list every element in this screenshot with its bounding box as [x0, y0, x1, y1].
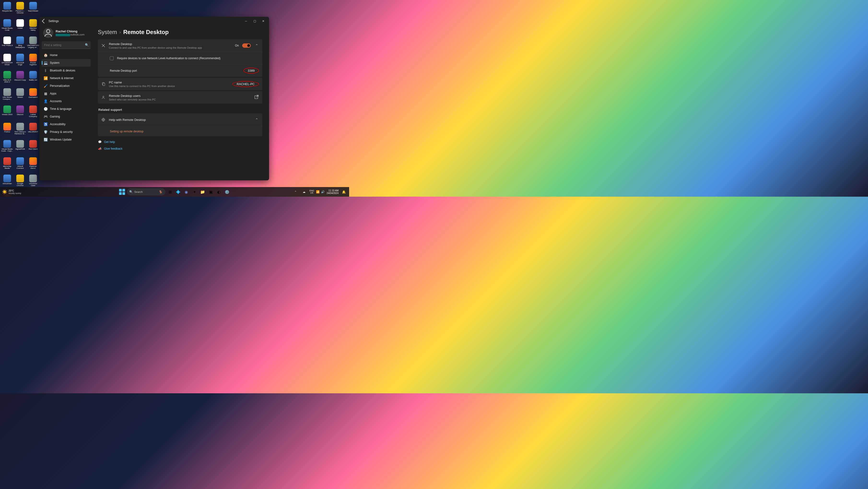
desktop-icon[interactable]: Lethal Company	[27, 105, 39, 122]
desktop-icon[interactable]: THE FINALS	[1, 36, 13, 53]
icon-label: Vivado 2022	[2, 114, 12, 116]
taskbar-app-pinned1[interactable]: ✦	[191, 188, 198, 195]
user-profile[interactable]: Rachel Chiong outlook.com	[42, 26, 91, 41]
desktop-icon[interactable]: Vitis HLS 2022.2	[1, 71, 13, 88]
desktop-icon[interactable]: Stardew Valley	[27, 19, 39, 36]
sidebar-item-windows-update[interactable]: 🔄Windows Update	[42, 136, 91, 144]
nav-label: Home	[50, 54, 58, 57]
desktop-icon[interactable]: VALORANT	[27, 123, 39, 140]
window-title: Settings	[49, 20, 59, 23]
chevron-up-icon[interactable]: ⌃	[254, 43, 259, 48]
nav-icon: 🖌️	[44, 84, 48, 88]
nav-label: Bluetooth & devices	[50, 69, 75, 72]
desktop-icon[interactable]: Firefox	[1, 123, 13, 140]
breadcrumb: System › Remote Desktop	[98, 29, 262, 35]
taskbar-app-discord[interactable]: ◉	[183, 188, 190, 195]
desktop-icon[interactable]: Puzzle Together	[27, 54, 39, 70]
sidebar-item-home[interactable]: 🏠Home	[42, 51, 91, 59]
maximize-button[interactable]: ▢	[250, 18, 259, 25]
rd-toggle-row[interactable]: Remote Desktop Connect to and use this P…	[98, 39, 262, 52]
desktop-icon[interactable]: install	[14, 19, 26, 36]
help-row[interactable]: Help with Remote Desktop ⌃	[98, 114, 262, 126]
taskbar-app-terminal[interactable]: ▣	[208, 188, 214, 195]
get-help-link[interactable]: Get help	[104, 140, 115, 144]
desktop-icon[interactable]: Bing Wallpapers	[14, 36, 26, 53]
desktop-icon[interactable]: Overwatch	[27, 88, 39, 105]
desktop-icon[interactable]: Recycle Bin	[1, 2, 13, 19]
desktop-icon[interactable]: Discord	[14, 105, 26, 122]
taskbar-search[interactable]: 🔍 Search 🦌	[127, 188, 165, 195]
sidebar-item-network-internet[interactable]: 📶Network & internet	[42, 74, 91, 82]
search-input[interactable]	[42, 41, 91, 49]
desktop-icon[interactable]: SignalRGB	[14, 140, 26, 157]
nla-checkbox[interactable]	[110, 56, 114, 60]
svg-point-5	[103, 96, 104, 97]
task-view-button[interactable]: ⊞	[167, 188, 173, 195]
rd-users-card[interactable]: Remote Desktop users Select who can remo…	[98, 91, 262, 103]
nav-icon: ᛒ	[44, 69, 48, 72]
notifications-icon[interactable]: 🔔	[340, 188, 347, 195]
desktop-icon[interactable]: PlateUp! Demo	[27, 157, 39, 174]
desktop-icon[interactable]: Discord Copy	[14, 71, 26, 88]
taskbar-app-steam[interactable]: ◐	[216, 188, 222, 195]
onedrive-icon[interactable]: ☁	[301, 188, 307, 195]
desktop-icon[interactable]: Visual Studio Code - Copi...	[1, 140, 13, 157]
desktop-icon[interactable]: Ubisoft Connect	[14, 157, 26, 174]
desktop-icon[interactable]: Battle.net	[27, 71, 39, 88]
start-button[interactable]	[119, 188, 125, 195]
desktop-icon[interactable]: Person 1 - Chrome	[14, 2, 26, 19]
sidebar-item-accounts[interactable]: 👤Accounts	[42, 97, 91, 105]
sidebar-item-personalization[interactable]: 🖌️Personalization	[42, 82, 91, 90]
icon-label: Riot Client	[29, 148, 38, 150]
setup-remote-desktop-link[interactable]: Setting up remote desktop	[110, 130, 144, 133]
taskbar-app-settings[interactable]: ⚙️	[224, 188, 230, 195]
language-indicator[interactable]: ENG US	[309, 190, 314, 194]
icon-label: r2modman	[3, 183, 12, 185]
sun-icon: ☀️	[2, 189, 7, 194]
search-placeholder: Search	[134, 190, 157, 193]
desktop-icon[interactable]: Microsoft Edge	[14, 54, 26, 70]
sidebar-item-accessibility[interactable]: ♿Accessibility	[42, 120, 91, 128]
desktop-icon[interactable]: EPOMAKER Driver	[1, 54, 13, 70]
sidebar-item-apps[interactable]: ▦Apps	[42, 90, 91, 97]
feedback-row[interactable]: 📣 Give feedback	[98, 145, 262, 152]
search-box[interactable]: 🔍	[42, 41, 91, 49]
desktop-icon[interactable]: Riot Client	[27, 140, 39, 157]
app-icon	[29, 2, 37, 9]
desktop-icon[interactable]: Vivado 2022	[1, 105, 13, 122]
taskbar-app-explorer[interactable]: 📁	[199, 188, 206, 195]
sidebar-item-time-language[interactable]: 🕓Time & language	[42, 105, 91, 113]
close-button[interactable]: ✕	[259, 18, 268, 25]
sidebar-item-bluetooth-devices[interactable]: ᛒBluetooth & devices	[42, 67, 91, 74]
desktop-icon[interactable]: Tom Clancy's Rainbow Si...	[14, 123, 26, 140]
external-link-icon[interactable]	[254, 94, 259, 100]
taskbar-app-teams[interactable]: 💠	[175, 188, 182, 195]
volume-icon[interactable]: 🔊	[321, 190, 325, 193]
desktop-icon[interactable]: TeamViewer	[27, 2, 39, 19]
wifi-icon[interactable]: 📶	[316, 190, 320, 193]
icon-label: Puzzle Together	[27, 62, 39, 66]
sidebar-item-gaming[interactable]: 🎮Gaming	[42, 113, 91, 120]
rd-subtitle: Connect to and use this PC from another …	[109, 46, 231, 49]
breadcrumb-root[interactable]: System	[98, 29, 117, 35]
nla-row[interactable]: Require devices to use Network Level Aut…	[98, 52, 262, 64]
rd-toggle[interactable]	[242, 43, 251, 48]
feedback-link[interactable]: Give feedback	[104, 147, 123, 150]
chevron-up-icon[interactable]: ⌃	[254, 118, 259, 122]
copy-icon	[101, 82, 105, 86]
desktop-icon[interactable]: Microchip Studio	[1, 157, 13, 174]
get-help-row[interactable]: 💬 Get help	[98, 139, 262, 145]
minimize-button[interactable]: ─	[242, 18, 250, 25]
app-icon	[29, 157, 37, 165]
tray-overflow[interactable]: ⌃	[292, 188, 299, 195]
desktop-icon[interactable]: UNCHARTED Legacy of...	[27, 36, 39, 53]
sidebar-item-system[interactable]: 💻System	[42, 59, 91, 67]
app-icon	[16, 2, 24, 9]
weather-widget[interactable]: ☀️ 25°C Mostly sunny	[2, 189, 21, 194]
sidebar-item-privacy-security[interactable]: 🛡️Privacy & security	[42, 128, 91, 136]
desktop-icon[interactable]: Steam	[14, 88, 26, 105]
back-button[interactable]	[41, 18, 46, 24]
desktop-icon[interactable]: Vitis Model Compos...	[1, 88, 13, 105]
clock[interactable]: 11:10 AM 24/04/2024	[327, 189, 339, 194]
desktop-icon[interactable]: Visual Studio Code	[1, 19, 13, 36]
